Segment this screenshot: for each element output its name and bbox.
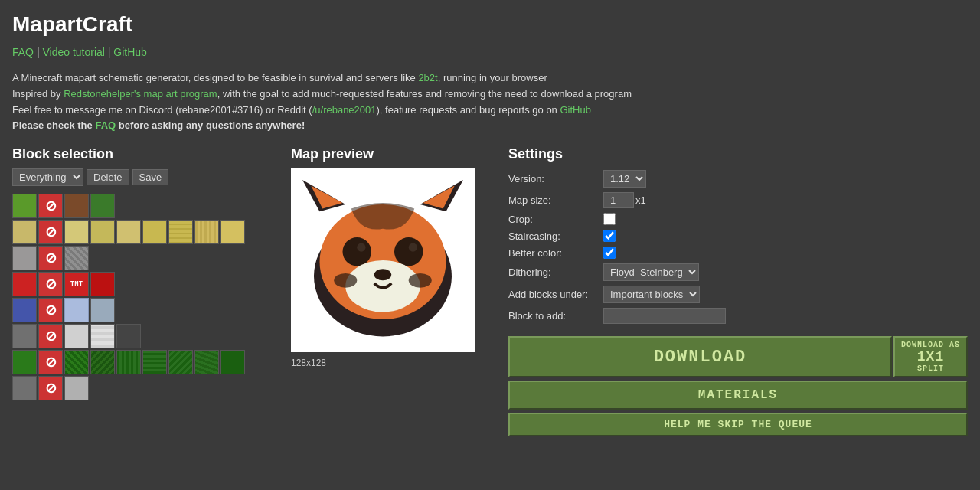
- block-sand[interactable]: [12, 220, 37, 244]
- block-leaves1[interactable]: [64, 350, 89, 374]
- block-quartz[interactable]: [90, 324, 115, 348]
- svg-point-7: [343, 237, 372, 266]
- block-dirt[interactable]: [64, 194, 89, 218]
- block-red-concrete[interactable]: [12, 272, 37, 296]
- version-select[interactable]: 1.12 1.13 1.14 1.15 1.16: [603, 170, 646, 188]
- faq-link[interactable]: FAQ: [12, 46, 34, 58]
- crop-label: Crop:: [508, 214, 600, 225]
- description: A Minecraft mapart schematic generator, …: [12, 70, 968, 134]
- block-grass[interactable]: [12, 194, 37, 218]
- block-no-8[interactable]: ⊘: [38, 376, 63, 400]
- block-cobblestone[interactable]: [64, 246, 89, 270]
- main-layout: Block selection Everything Functional De…: [12, 146, 968, 436]
- block-black-concrete[interactable]: [116, 324, 141, 348]
- svg-point-8: [394, 237, 423, 266]
- github-link[interactable]: GitHub: [113, 46, 147, 58]
- add-blocks-select[interactable]: Important blocks All blocks No blocks: [603, 286, 700, 303]
- block-gray-concrete[interactable]: [12, 324, 37, 348]
- block-gray2[interactable]: [12, 376, 37, 400]
- materials-button[interactable]: MATERIALS: [508, 381, 968, 410]
- link-2b2t[interactable]: 2b2t: [418, 72, 437, 83]
- block-controls: Everything Functional Decorative Delete …: [12, 168, 273, 186]
- better-color-row: Better color:: [508, 247, 968, 259]
- block-tnt[interactable]: TNT: [64, 272, 89, 296]
- block-to-add-input[interactable]: minecraft:stone: [603, 308, 726, 324]
- block-red-wool[interactable]: [90, 272, 115, 296]
- svg-point-10: [409, 243, 417, 252]
- block-no-1[interactable]: ⊘: [38, 194, 63, 218]
- block-to-add-label: Block to add:: [508, 310, 600, 322]
- map-size-x-input[interactable]: [603, 192, 634, 208]
- block-leaves7[interactable]: [220, 350, 245, 374]
- block-green-concrete[interactable]: [12, 350, 37, 374]
- block-row-3: ⊘: [12, 246, 273, 270]
- block-sandstone2[interactable]: [90, 220, 115, 244]
- block-sandstone3[interactable]: [168, 220, 193, 244]
- block-leaves2[interactable]: [90, 350, 115, 374]
- map-preview-canvas: [291, 168, 475, 352]
- block-selection-title: Block selection: [12, 146, 273, 162]
- better-color-checkbox[interactable]: [603, 247, 616, 259]
- block-no-3[interactable]: ⊘: [38, 246, 63, 270]
- block-sandstone4[interactable]: [194, 220, 219, 244]
- block-row-7: ⊘: [12, 350, 273, 374]
- split-button[interactable]: DOWNLOAD AS 1X1 SPLIT: [893, 336, 968, 377]
- staircasing-row: Staircasing:: [508, 230, 968, 242]
- nav-links: FAQ | Video tutorial | GitHub: [12, 46, 968, 58]
- block-filter-select[interactable]: Everything Functional Decorative: [12, 168, 83, 186]
- staircasing-label: Staircasing:: [508, 230, 600, 242]
- svg-point-14: [409, 273, 432, 288]
- queue-button[interactable]: HELP ME SKIP THE QUEUE: [508, 413, 968, 436]
- block-leaves6[interactable]: [194, 350, 219, 374]
- block-no-7[interactable]: ⊘: [38, 350, 63, 374]
- version-row: Version: 1.12 1.13 1.14 1.15 1.16: [508, 170, 968, 188]
- download-as-label: DOWNLOAD AS: [901, 341, 960, 349]
- download-area: DOWNLOAD DOWNLOAD AS 1X1 SPLIT MATERIALS…: [508, 336, 968, 436]
- block-row-6: ⊘: [12, 324, 273, 348]
- block-gravel[interactable]: [12, 246, 37, 270]
- block-grass2[interactable]: [90, 194, 115, 218]
- block-chiseled-sandstone[interactable]: [116, 220, 141, 244]
- download-row: DOWNLOAD DOWNLOAD AS 1X1 SPLIT: [508, 336, 968, 377]
- tutorial-link[interactable]: Video tutorial: [42, 46, 104, 58]
- block-row-4: ⊘ TNT: [12, 272, 273, 296]
- dithering-row: Dithering: Floyd–Steinberg None Ordered: [508, 263, 968, 281]
- block-light-gray[interactable]: [64, 376, 89, 400]
- block-no-5[interactable]: ⊘: [38, 298, 63, 322]
- block-smooth-sandstone[interactable]: [142, 220, 167, 244]
- block-no-4[interactable]: ⊘: [38, 272, 63, 296]
- settings-panel: Settings Version: 1.12 1.13 1.14 1.15 1.…: [508, 146, 968, 436]
- block-leaves4[interactable]: [142, 350, 167, 374]
- dithering-select[interactable]: Floyd–Steinberg None Ordered: [603, 263, 699, 281]
- link-redstone[interactable]: Redstonehelper's map art program: [64, 88, 217, 100]
- block-white-concrete[interactable]: [64, 324, 89, 348]
- block-leaves3[interactable]: [116, 350, 141, 374]
- block-blue-concrete[interactable]: [12, 298, 37, 322]
- block-sandstone5[interactable]: [220, 220, 245, 244]
- save-button[interactable]: Save: [132, 169, 169, 185]
- map-preview-title: Map preview: [291, 146, 490, 162]
- download-button[interactable]: DOWNLOAD: [508, 336, 892, 377]
- crop-checkbox[interactable]: [603, 213, 616, 225]
- better-color-label: Better color:: [508, 247, 600, 259]
- block-sandstone[interactable]: [64, 220, 89, 244]
- block-no-2[interactable]: ⊘: [38, 220, 63, 244]
- svg-point-12: [374, 269, 392, 280]
- map-size-input-group: x1: [603, 192, 646, 208]
- staircasing-checkbox[interactable]: [603, 230, 616, 242]
- svg-point-9: [357, 243, 365, 252]
- block-ice[interactable]: [64, 298, 89, 322]
- link-faq2[interactable]: FAQ: [95, 119, 116, 131]
- svg-point-13: [334, 273, 357, 288]
- link-reddit[interactable]: /u/rebane2001: [312, 104, 377, 116]
- block-leaves5[interactable]: [168, 350, 193, 374]
- app-title: MapartCraft: [12, 12, 968, 37]
- block-packed-ice[interactable]: [90, 298, 115, 322]
- block-row-5: ⊘: [12, 298, 273, 322]
- split-1x1-label: 1X1: [917, 349, 944, 364]
- block-row-1: ⊘: [12, 194, 273, 218]
- link-github2[interactable]: GitHub: [560, 104, 590, 116]
- version-label: Version:: [508, 173, 600, 185]
- block-no-6[interactable]: ⊘: [38, 324, 63, 348]
- delete-button[interactable]: Delete: [87, 169, 129, 185]
